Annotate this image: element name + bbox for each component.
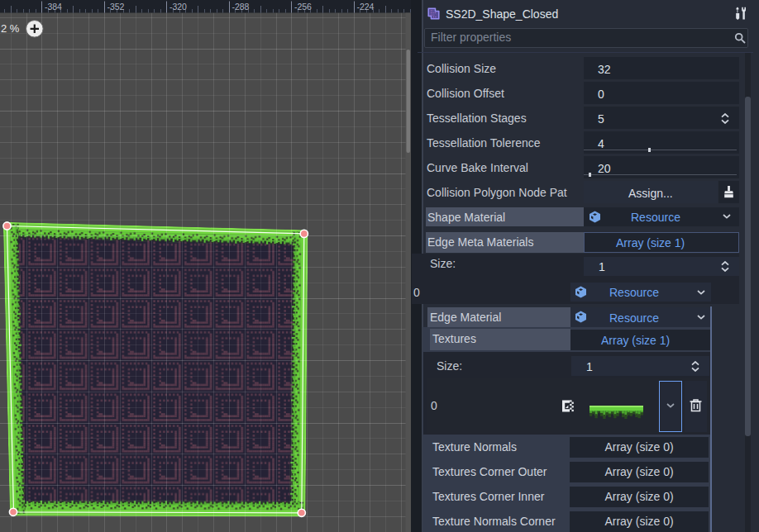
svg-text:-288: -288 (232, 2, 249, 12)
svg-text:-320: -320 (169, 2, 187, 12)
svg-text:2 %: 2 % (1, 22, 20, 35)
svg-text:-384: -384 (45, 2, 62, 12)
svg-text:-256: -256 (294, 2, 312, 12)
svg-text:-352: -352 (107, 2, 124, 12)
svg-text:-224: -224 (356, 2, 374, 12)
